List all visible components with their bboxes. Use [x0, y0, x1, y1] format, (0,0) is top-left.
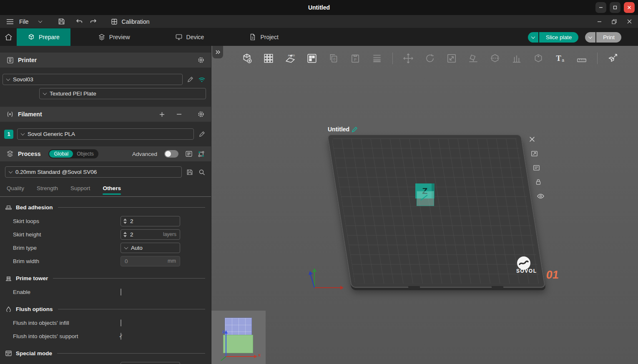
seam-icon[interactable]	[530, 50, 546, 67]
printer-select[interactable]: Sovol03	[3, 74, 183, 85]
skirt-height-stepper[interactable]: 2 layers	[121, 229, 180, 240]
plate-type-select[interactable]: Textured PEI Plate	[39, 88, 206, 99]
tab-preview-label: Preview	[109, 34, 130, 40]
redo-icon[interactable]	[88, 17, 98, 27]
main-menu-icon[interactable]	[5, 17, 15, 27]
plate-rename-pencil-icon[interactable]	[352, 126, 358, 133]
save-preset-icon[interactable]	[186, 168, 194, 176]
skirt-loops-stepper[interactable]: 2	[121, 216, 180, 226]
calibration-icon[interactable]	[109, 17, 119, 27]
sidebar-collapse-button[interactable]	[212, 46, 223, 58]
filament-settings-gear-icon[interactable]	[197, 110, 205, 118]
slice-plate-button[interactable]: Slice plate	[539, 32, 578, 43]
tab-prepare[interactable]: Prepare	[17, 28, 70, 46]
support-paint-icon[interactable]	[509, 50, 525, 67]
build-plate[interactable]	[327, 134, 545, 288]
plate-visibility-icon[interactable]	[533, 189, 548, 203]
printer-edit-icon[interactable]	[186, 75, 194, 84]
process-icon	[6, 150, 14, 158]
home-button[interactable]	[0, 28, 17, 46]
array-icon[interactable]	[261, 50, 276, 67]
tab-preview[interactable]: Preview	[87, 28, 141, 46]
plate-name-text: Untitled	[328, 126, 349, 133]
advanced-toggle[interactable]	[164, 150, 178, 158]
special-mode-title: Special mode	[16, 350, 52, 356]
remove-filament-icon[interactable]	[175, 110, 183, 118]
skirt-height-unit: layers	[163, 231, 176, 237]
printer-wifi-icon[interactable]	[198, 75, 206, 84]
app-minimize-icon[interactable]	[595, 18, 603, 25]
rotate-icon[interactable]	[422, 50, 438, 67]
undo-icon[interactable]	[74, 17, 84, 27]
save-icon[interactable]	[57, 17, 67, 27]
slice-plate-split-button: Slice plate	[528, 32, 578, 43]
window-maximize-button[interactable]	[610, 2, 620, 13]
file-menu-chevron-icon[interactable]	[38, 19, 42, 23]
text-icon[interactable]: Ta	[552, 50, 568, 67]
move-icon[interactable]	[400, 50, 416, 67]
plate-name-label[interactable]: Untitled	[328, 126, 358, 133]
slice-plate-dropdown-button[interactable]	[528, 32, 538, 43]
plate-settings-icon[interactable]	[529, 161, 543, 174]
app-restore-icon[interactable]	[610, 18, 618, 25]
tab-device[interactable]: Device	[164, 28, 215, 46]
add-model-icon[interactable]	[239, 50, 255, 67]
flush-infill-checkbox[interactable]	[121, 319, 121, 326]
print-sequence-select[interactable]: By layer	[121, 362, 180, 364]
stepper-arrows-icon[interactable]	[123, 232, 127, 237]
skirt-loops-value[interactable]: 2	[130, 218, 176, 224]
tab-project[interactable]: Project	[238, 28, 289, 46]
brim-width-value: 0	[125, 258, 168, 264]
printer-settings-gear-icon[interactable]	[197, 56, 205, 64]
search-preset-icon[interactable]	[198, 168, 206, 176]
process-tab-support[interactable]: Support	[70, 185, 90, 195]
window-minimize-button[interactable]	[595, 2, 606, 13]
flush-support-checkbox[interactable]	[121, 333, 121, 340]
stepper-arrows-icon[interactable]	[123, 218, 127, 224]
paste-icon[interactable]: P	[347, 50, 363, 67]
delete-plate-icon[interactable]	[525, 133, 539, 146]
app-close-icon[interactable]	[625, 18, 633, 25]
measure-icon[interactable]	[574, 50, 590, 67]
parameter-tree-icon[interactable]	[197, 150, 205, 158]
filament-select[interactable]: Sovol Generic PLA	[17, 128, 194, 140]
cut-icon[interactable]	[487, 50, 503, 67]
prime-tower-enable-checkbox[interactable]	[121, 289, 121, 296]
add-filament-icon[interactable]	[158, 110, 166, 118]
window-title: Untitled	[308, 4, 330, 11]
brim-type-select[interactable]: Auto	[121, 243, 180, 253]
scope-global-button[interactable]: Global	[49, 150, 73, 158]
copy-icon[interactable]: 0	[326, 50, 342, 67]
lay-flat-icon[interactable]	[465, 50, 481, 67]
skirt-height-value[interactable]: 2	[130, 231, 160, 238]
assembly-view-icon[interactable]	[605, 50, 621, 67]
process-tab-strength[interactable]: Strength	[37, 185, 58, 195]
process-tab-others[interactable]: Others	[103, 185, 121, 195]
lock-plate-icon[interactable]	[531, 175, 545, 188]
arrange-icon[interactable]	[304, 50, 320, 67]
auto-orient-icon[interactable]: AUTO	[282, 50, 298, 67]
window-close-button[interactable]	[624, 2, 635, 13]
printer-section-header: Printer	[0, 53, 211, 68]
model-object-bottom[interactable]	[417, 191, 434, 206]
viewport-3d[interactable]: AUTO 0 P Ta	[211, 46, 638, 364]
flush-support-label: Flush into objects' support	[13, 333, 121, 339]
brim-type-label: Brim type	[13, 245, 121, 251]
arrange-plate-icon[interactable]	[527, 147, 541, 160]
flush-infill-label: Flush into objects' infill	[13, 320, 121, 326]
filament-edit-icon[interactable]	[198, 130, 206, 138]
variable-layer-height-icon[interactable]	[369, 50, 385, 67]
calibration-menu[interactable]: Calibration	[122, 18, 150, 25]
process-scope-switch: Global Objects	[48, 149, 98, 158]
process-tab-quality[interactable]: Quality	[7, 185, 24, 195]
filament-section-title: Filament	[18, 111, 42, 118]
parameter-list-icon[interactable]	[185, 150, 193, 158]
scale-icon[interactable]	[444, 50, 460, 67]
scope-objects-button[interactable]: Objects	[73, 150, 98, 158]
sovol-brand-text: SOVOL	[516, 268, 537, 274]
print-dropdown-button[interactable]	[585, 32, 595, 43]
bed-adhesion-title: Bed adhesion	[16, 204, 53, 211]
print-button[interactable]: Print	[596, 32, 621, 43]
process-preset-select[interactable]: 0.20mm Standard @Sovol SV06	[5, 166, 182, 178]
file-menu[interactable]: File	[19, 18, 29, 25]
